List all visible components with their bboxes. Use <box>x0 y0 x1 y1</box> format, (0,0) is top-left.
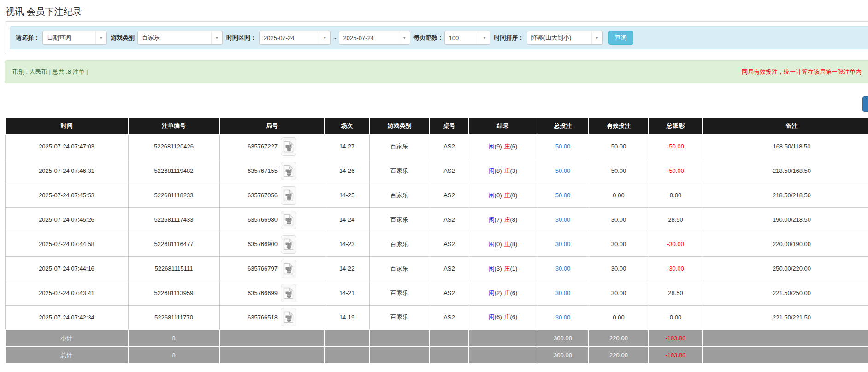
query-type-label: 请选择： <box>16 34 40 42</box>
cutoff-blue-button[interactable] <box>862 96 868 112</box>
total-bet-link[interactable]: 30.00 <box>555 216 571 223</box>
total-bet-link[interactable]: 30.00 <box>555 289 571 296</box>
chevron-down-icon: ▼ <box>95 31 106 44</box>
cell-table-no: AS2 <box>430 232 469 256</box>
cell-session: 14-19 <box>325 305 369 330</box>
per-page-select[interactable]: 100 ▼ <box>444 31 490 45</box>
game-type-select[interactable]: 百家乐 ▼ <box>137 31 223 45</box>
result-banker-score: (6) <box>510 143 518 150</box>
summary-row: 小计 8 300.00 220.00 -103.00 <box>5 330 868 347</box>
cell-result: 闲(8)庄(3) <box>469 159 537 183</box>
summary-row: 总计 8 300.00 220.00 -103.00 <box>5 347 868 364</box>
cell-note: 218.50/168.50 <box>703 159 868 183</box>
total-bet-link[interactable]: 50.00 <box>555 192 571 199</box>
cell-game-type: 百家乐 <box>369 281 430 305</box>
video-file-icon <box>283 287 294 299</box>
cell-payout: 0.00 <box>649 305 703 330</box>
video-replay-button[interactable] <box>281 260 296 278</box>
result-banker-score: (8) <box>510 241 518 248</box>
summary-bar: 币别 : 人民币 | 总共 :8 注单 | 同局有效投注，统一计算在该局第一张注… <box>5 60 868 83</box>
chevron-down-icon: ▼ <box>319 31 330 44</box>
video-file-icon <box>283 263 294 275</box>
cell-valid-bet: 30.00 <box>589 207 649 232</box>
cell-bet-id: 522681120426 <box>128 134 219 159</box>
video-replay-button[interactable] <box>281 284 296 302</box>
video-replay-button[interactable] <box>281 235 296 254</box>
cell-total-bet: 50.00 <box>537 134 589 159</box>
table-row: 2025-07-24 07:44:16 522681115111 6357667… <box>5 256 868 281</box>
cell-note: 221.50/250.00 <box>703 281 868 305</box>
bet-records-table: 时间 注单编号 局号 场次 游戏类别 桌号 结果 总投注 有效投注 总派彩 备注… <box>5 117 868 364</box>
cell-session: 14-23 <box>325 232 369 256</box>
cell-time: 2025-07-24 07:44:16 <box>5 256 128 281</box>
cell-time: 2025-07-24 07:45:26 <box>5 207 128 232</box>
date-start-value: 2025-07-24 <box>260 35 319 41</box>
page-title: 视讯 会员下注纪录 <box>0 0 868 17</box>
table-row: 2025-07-24 07:44:58 522681116477 6357669… <box>5 232 868 256</box>
game-type-label: 游戏类别 <box>111 34 135 42</box>
cell-total-bet: 30.00 <box>537 207 589 232</box>
result-banker-score: (3) <box>510 167 518 174</box>
video-file-icon <box>283 141 294 153</box>
result-banker-label: 庄 <box>504 192 510 199</box>
col-valid-bet: 有效投注 <box>589 118 649 134</box>
video-replay-button[interactable] <box>281 186 296 205</box>
total-bet-link[interactable]: 50.00 <box>555 143 571 150</box>
query-type-value: 日期查询 <box>43 34 95 42</box>
date-start-select[interactable]: 2025-07-24 ▼ <box>259 31 331 45</box>
cell-table-no: AS2 <box>430 183 469 207</box>
cell-round-id: 635767056 <box>219 183 325 207</box>
total-bet-link[interactable]: 50.00 <box>555 167 571 174</box>
cell-bet-id: 522681119482 <box>128 159 219 183</box>
total-bet-link[interactable]: 30.00 <box>555 265 571 272</box>
result-banker-label: 庄 <box>504 167 510 174</box>
cell-bet-id: 522681118233 <box>128 183 219 207</box>
chevron-down-icon: ▼ <box>591 31 602 44</box>
cell-result: 闲(7)庄(8) <box>469 207 537 232</box>
footer-count: 8 <box>128 330 219 347</box>
cell-result: 闲(6)庄(6) <box>469 305 537 330</box>
cell-payout: 28.50 <box>649 281 703 305</box>
cell-round-id: 635767227 <box>219 134 325 159</box>
result-player-label: 闲 <box>489 216 495 223</box>
total-bet-link[interactable]: 30.00 <box>555 241 571 248</box>
search-button[interactable]: 查询 <box>608 31 633 45</box>
cell-note: 221.50/221.50 <box>703 305 868 330</box>
result-player-label: 闲 <box>489 265 495 272</box>
cell-table-no: AS2 <box>430 159 469 183</box>
round-id-text: 635766699 <box>248 289 278 296</box>
video-replay-button[interactable] <box>281 308 296 326</box>
video-replay-button[interactable] <box>281 162 296 180</box>
cell-game-type: 百家乐 <box>369 183 430 207</box>
cell-game-type: 百家乐 <box>369 305 430 330</box>
cell-total-bet: 30.00 <box>537 232 589 256</box>
date-end-value: 2025-07-24 <box>339 35 399 41</box>
cell-bet-id: 522681113959 <box>128 281 219 305</box>
cell-payout: -50.00 <box>649 134 703 159</box>
filter-panel: 请选择： 日期查询 ▼ 游戏类别 百家乐 ▼ 时间区间： 2025-07-24 … <box>5 21 868 54</box>
cell-table-no: AS2 <box>430 281 469 305</box>
result-banker-label: 庄 <box>504 313 510 320</box>
col-table-no: 桌号 <box>430 118 469 134</box>
cell-game-type: 百家乐 <box>369 134 430 159</box>
cell-session: 14-26 <box>325 159 369 183</box>
col-round-id: 局号 <box>219 118 325 134</box>
cell-result: 闲(2)庄(6) <box>469 281 537 305</box>
video-replay-button[interactable] <box>281 211 296 229</box>
cell-valid-bet: 30.00 <box>589 256 649 281</box>
cell-session: 14-27 <box>325 134 369 159</box>
total-bet-link[interactable]: 30.00 <box>555 314 571 321</box>
round-id-text: 635766980 <box>248 216 278 223</box>
table-row: 2025-07-24 07:46:31 522681119482 6357671… <box>5 159 868 183</box>
cell-note: 220.00/190.00 <box>703 232 868 256</box>
date-end-select[interactable]: 2025-07-24 ▼ <box>339 31 410 45</box>
result-player-score: (2) <box>495 289 502 296</box>
cell-total-bet: 30.00 <box>537 256 589 281</box>
video-replay-button[interactable] <box>281 137 296 156</box>
cell-note: 250.00/220.00 <box>703 256 868 281</box>
cell-game-type: 百家乐 <box>369 232 430 256</box>
filter-bar: 请选择： 日期查询 ▼ 游戏类别 百家乐 ▼ 时间区间： 2025-07-24 … <box>10 26 868 49</box>
query-type-select[interactable]: 日期查询 ▼ <box>42 31 107 45</box>
cell-valid-bet: 50.00 <box>589 159 649 183</box>
sort-order-select[interactable]: 降幂(由大到小) ▼ <box>527 31 603 45</box>
